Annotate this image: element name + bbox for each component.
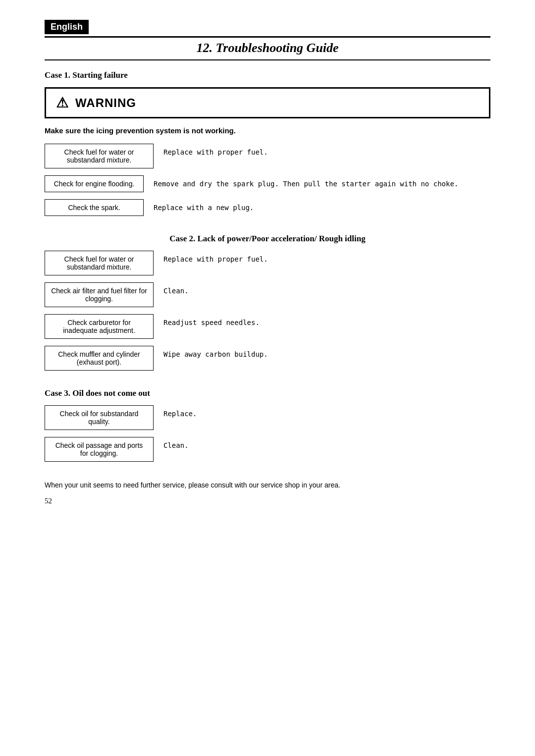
cause-cell: Check for engine flooding. [45,175,144,192]
warning-icon: ⚠ [56,95,68,111]
case2-table: Check fuel for water or substandard mixt… [45,251,490,371]
remedy-cell: Clean. [163,282,490,296]
table-row: Check muffler and cylinder (exhaust port… [45,346,490,371]
page-number: 52 [45,497,52,505]
case3-title: Case 3. Oil does not come out [45,388,490,398]
remedy-cell: Readjust speed needles. [163,314,490,328]
table-row: Check air filter and fuel filter for clo… [45,282,490,307]
case3-table: Check oil for substandard quality. Repla… [45,405,490,462]
case3-section: Case 3. Oil does not come out Check oil … [45,388,490,462]
cause-cell: Check fuel for water or substandard mixt… [45,144,154,168]
remedy-cell: Replace. [163,405,490,419]
warning-label: WARNING [75,96,136,110]
table-row: Check fuel for water or substandard mixt… [45,144,490,168]
cause-cell: Check oil for substandard quality. [45,405,154,430]
remedy-cell: Remove and dry the spark plug. Then pull… [154,175,490,189]
table-row: Check fuel for water or substandard mixt… [45,251,490,275]
remedy-cell: Clean. [163,437,490,451]
case1-section: Case 1. Starting failure ⚠ WARNING Make … [45,70,490,216]
table-row: Check oil for substandard quality. Repla… [45,405,490,430]
cause-cell: Check fuel for water or substandard mixt… [45,251,154,275]
table-row: Check for engine flooding. Remove and dr… [45,175,490,192]
footer-note: When your unit seems to need further ser… [45,480,490,490]
case1-table: Check fuel for water or substandard mixt… [45,144,490,216]
language-badge: English [45,20,89,34]
case1-title: Case 1. Starting failure [45,70,490,80]
case2-section: Case 2. Lack of power/Poor acceleration/… [45,234,490,371]
cause-cell: Check oil passage and ports for clogging… [45,437,154,462]
cause-cell: Check carburetor for inadequate adjustme… [45,314,154,339]
cause-cell: Check air filter and fuel filter for clo… [45,282,154,307]
warning-box: ⚠ WARNING [45,87,490,118]
remedy-cell: Replace with proper fuel. [163,251,490,265]
page-title: 12. Troubleshooting Guide [45,41,490,60]
title-divider [45,36,490,38]
table-row: Check the spark. Replace with a new plug… [45,199,490,216]
warning-note: Make sure the icing prevention system is… [45,126,490,135]
table-row: Check carburetor for inadequate adjustme… [45,314,490,339]
cause-cell: Check the spark. [45,199,144,216]
remedy-cell: Replace with proper fuel. [163,144,490,158]
remedy-cell: Replace with a new plug. [154,199,490,213]
table-row: Check oil passage and ports for clogging… [45,437,490,462]
cause-cell: Check muffler and cylinder (exhaust port… [45,346,154,371]
case2-title: Case 2. Lack of power/Poor acceleration/… [45,234,490,244]
remedy-cell: Wipe away carbon buildup. [163,346,490,360]
